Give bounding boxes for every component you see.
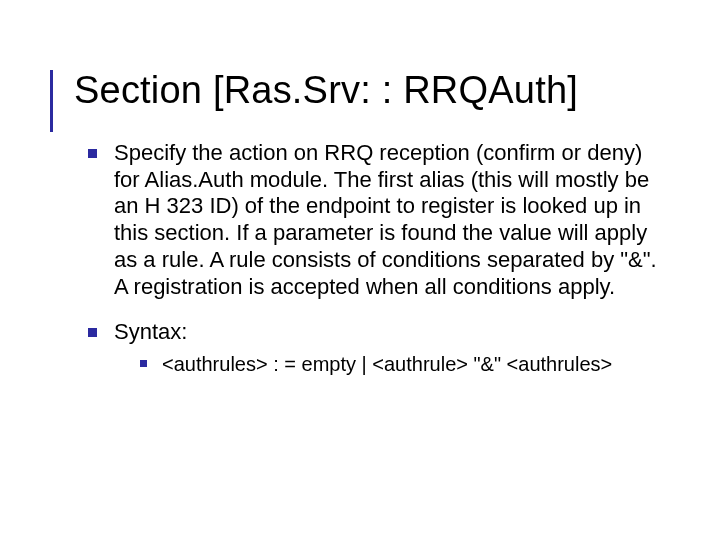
slide: Section [Ras.Srv: : RRQAuth] Specify the… bbox=[0, 0, 720, 540]
list-item: <authrules> : = empty | <authrule> "&" <… bbox=[140, 352, 670, 377]
bullet-text: Specify the action on RRQ reception (con… bbox=[114, 140, 657, 299]
slide-title: Section [Ras.Srv: : RRQAuth] bbox=[74, 70, 670, 112]
bullet-list: Specify the action on RRQ reception (con… bbox=[88, 140, 670, 377]
sub-bullet-text: <authrules> : = empty | <authrule> "&" <… bbox=[162, 353, 612, 375]
sub-bullet-list: <authrules> : = empty | <authrule> "&" <… bbox=[140, 352, 670, 377]
bullet-text: Syntax: bbox=[114, 319, 187, 344]
list-item: Specify the action on RRQ reception (con… bbox=[88, 140, 670, 301]
list-item: Syntax: <authrules> : = empty | <authrul… bbox=[88, 319, 670, 377]
accent-bar bbox=[50, 70, 53, 132]
